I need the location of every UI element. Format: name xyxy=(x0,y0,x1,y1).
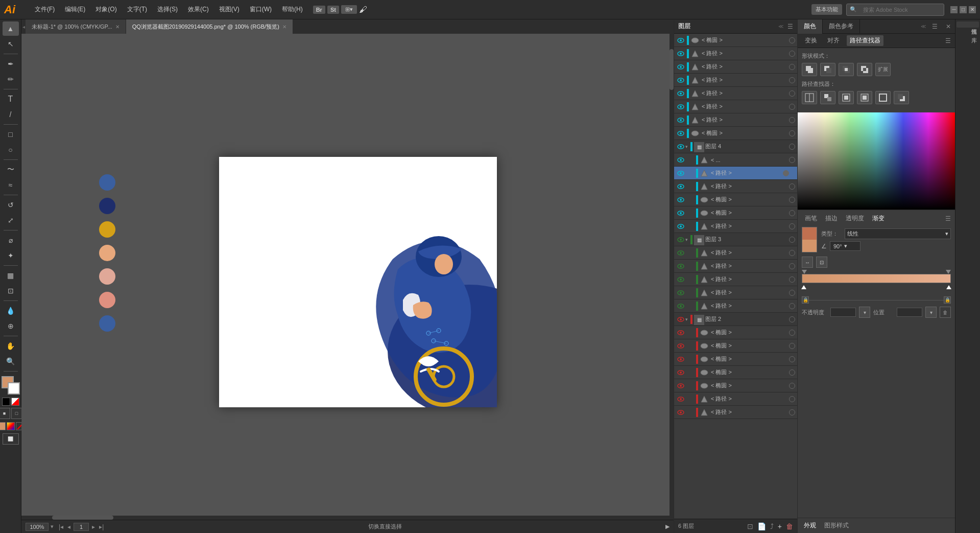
layer-item[interactable]: < 路径 > xyxy=(674,273,797,286)
ellipse-tool[interactable]: ○ xyxy=(3,143,19,157)
opacity-input[interactable]: 100% xyxy=(830,308,856,317)
layer-visibility-16[interactable] xyxy=(676,248,685,258)
layer-visibility-6[interactable] xyxy=(676,115,685,125)
zoom-dropdown[interactable]: ▾ xyxy=(51,523,54,530)
layer-visibility-12[interactable] xyxy=(676,195,685,204)
layer-item[interactable]: < ... xyxy=(674,153,797,167)
opacity-stop-right[interactable] xyxy=(946,270,951,274)
move-to-layer-btn[interactable]: ⤴ xyxy=(770,522,774,530)
eyedropper-tool[interactable]: 💧 xyxy=(3,304,19,318)
make-layer-comp-btn[interactable]: ⊡ xyxy=(747,522,753,530)
color-panel-close[interactable]: ✕ xyxy=(942,23,955,30)
first-page-btn[interactable]: |◂ xyxy=(58,523,64,530)
tab-color[interactable]: 颜色 xyxy=(798,19,823,34)
stock-btn[interactable]: St xyxy=(327,6,339,14)
layer-visibility-18[interactable] xyxy=(676,275,685,284)
stroke-tab[interactable]: 描边 xyxy=(822,213,841,224)
layer-item[interactable]: < 椭圆 > xyxy=(674,34,797,47)
layer-item[interactable]: < 椭圆 > xyxy=(674,206,797,220)
layer-visibility-10[interactable] xyxy=(676,169,685,178)
reshape-tool[interactable]: ✦ xyxy=(3,248,19,263)
gradient-reverse-btn[interactable]: ↔ xyxy=(802,257,813,268)
tabs-scroll-left[interactable]: ◂ xyxy=(21,19,26,34)
hand-tool[interactable]: ✋ xyxy=(3,339,19,353)
tab-2-close[interactable]: ✕ xyxy=(282,24,286,30)
type-tool[interactable]: T xyxy=(3,92,19,106)
opacity-dropdown-btn[interactable]: ▾ xyxy=(859,307,870,318)
layer-visibility-21[interactable] xyxy=(676,315,685,324)
gradient-apply-btn[interactable]: ⊡ xyxy=(816,257,827,268)
tab-2[interactable]: QQ浏览器截图20190929144005.png* @ 100% (RGB/预… xyxy=(126,19,293,34)
color-spectrum[interactable] xyxy=(798,112,955,210)
gradient-type-select[interactable]: 线性 ▾ xyxy=(845,228,951,239)
horizontal-scroll-thumb[interactable] xyxy=(52,516,113,520)
pf-crop-btn[interactable] xyxy=(857,91,872,104)
menu-effect[interactable]: 效果(C) xyxy=(184,3,213,16)
layer-item[interactable]: < 椭圆 > xyxy=(674,379,797,392)
color-stop-left[interactable] xyxy=(801,285,806,289)
menu-window[interactable]: 窗口(W) xyxy=(246,3,276,16)
properties-tab[interactable]: 属性 xyxy=(957,21,979,28)
layer-item[interactable]: < 路径 > xyxy=(674,100,797,113)
gradient-tab[interactable]: 渐变 xyxy=(869,213,888,224)
graph-tool[interactable]: ▦ xyxy=(3,268,19,283)
layer-visibility-15[interactable] xyxy=(676,235,685,244)
select-tool[interactable]: ▲ xyxy=(3,21,19,36)
minimize-button[interactable]: ─ xyxy=(950,6,958,13)
layer-item[interactable]: < 椭圆 > xyxy=(674,353,797,366)
layer-visibility-2[interactable] xyxy=(676,62,685,72)
layer-item[interactable]: < 路径 > xyxy=(674,60,797,74)
layer-item[interactable]: < 路径 > xyxy=(674,299,797,313)
artboard[interactable] xyxy=(219,157,497,407)
page-input[interactable]: 1 xyxy=(74,523,89,531)
brush-tool[interactable]: 〜 xyxy=(3,163,19,177)
layer-item[interactable]: < 路径 > xyxy=(674,113,797,127)
direct-select-tool[interactable]: ↖ xyxy=(3,37,19,51)
gradient-angle-box[interactable]: 90° ▾ xyxy=(830,241,861,251)
layer-item[interactable]: < 椭圆 > xyxy=(674,366,797,379)
fill-indicator[interactable]: ■ xyxy=(0,408,10,419)
layer-item[interactable]: < 路径 > xyxy=(674,47,797,60)
none-color[interactable] xyxy=(2,398,10,406)
gradient-bar[interactable] xyxy=(802,274,951,283)
layer-visibility-3[interactable] xyxy=(676,76,685,85)
menu-select[interactable]: 选择(S) xyxy=(153,3,182,16)
warp-tool[interactable]: ⌀ xyxy=(3,233,19,247)
color-panel-menu[interactable]: ☰ xyxy=(928,23,942,30)
gradient-preview-swatch[interactable] xyxy=(802,227,817,252)
layer-visibility-8[interactable] xyxy=(676,142,685,151)
maximize-button[interactable]: □ xyxy=(960,6,967,13)
horizontal-scrollbar[interactable] xyxy=(21,516,670,520)
layer-visibility-26[interactable] xyxy=(676,381,685,390)
pf-divide-btn[interactable] xyxy=(802,91,817,104)
rotate-tool[interactable]: ↺ xyxy=(3,198,19,212)
layer-item[interactable]: < 路径 > xyxy=(674,74,797,87)
tab-pathfinder[interactable]: 路径查找器 xyxy=(847,35,883,46)
color-stop-right[interactable] xyxy=(946,285,951,289)
canvas-scroll[interactable] xyxy=(21,34,674,520)
shape-intersect-btn[interactable] xyxy=(839,63,854,76)
layer-visibility-4[interactable] xyxy=(676,89,685,98)
layer-item[interactable]: < 路径 > xyxy=(674,167,797,180)
delete-layer-btn[interactable]: 🗑 xyxy=(786,522,793,530)
line-tool[interactable]: / xyxy=(3,107,19,122)
change-screen-btn[interactable]: ⬜ xyxy=(3,433,19,445)
layer-visibility-7[interactable] xyxy=(676,129,685,138)
stroke-indicator[interactable]: □ xyxy=(11,408,22,419)
last-page-btn[interactable]: ▸| xyxy=(98,523,105,530)
measure-tool[interactable]: ⊕ xyxy=(3,319,19,333)
menu-edit[interactable]: 编辑(E) xyxy=(61,3,89,16)
next-page-btn[interactable]: ▸ xyxy=(91,523,96,530)
layer-item[interactable]: < 路径 > xyxy=(674,246,797,260)
transparency-tab[interactable]: 透明度 xyxy=(843,213,867,224)
bridge-btn[interactable]: Br xyxy=(313,6,325,14)
layer-visibility-14[interactable] xyxy=(676,222,685,231)
zoom-input[interactable]: 100% xyxy=(26,523,49,531)
layer-item[interactable]: < 路径 > xyxy=(674,406,797,419)
layers-collapse-btn[interactable]: ≪ xyxy=(776,24,785,29)
layer-visibility-17[interactable] xyxy=(676,262,685,271)
layers-list[interactable]: < 椭圆 > < 路径 > < 路径 > xyxy=(674,34,797,519)
menu-view[interactable]: 视图(V) xyxy=(215,3,244,16)
basic-function-btn[interactable]: 基本功能 xyxy=(811,4,842,15)
position-input[interactable]: 0% xyxy=(897,308,922,317)
